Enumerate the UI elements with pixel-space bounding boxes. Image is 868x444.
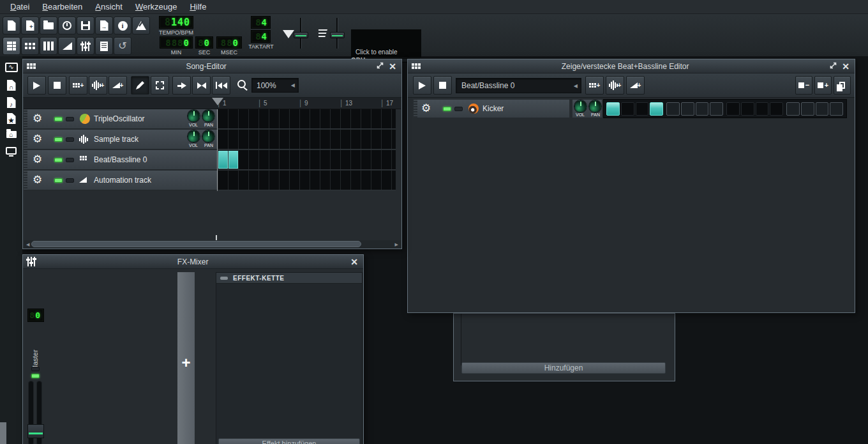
master-pitch-slider-handle[interactable] <box>330 32 345 38</box>
add-automation-track-button[interactable]: + <box>108 76 127 95</box>
playhead-marker[interactable] <box>212 98 223 105</box>
menu-werkzeuge[interactable]: Werkzeuge <box>129 1 184 13</box>
window-menu-icon[interactable] <box>27 63 36 69</box>
step-cell-6[interactable] <box>681 102 694 116</box>
channel-mute-led[interactable] <box>31 367 40 371</box>
close-window-button[interactable]: ✕ <box>389 62 396 71</box>
step-cell-15[interactable] <box>816 102 829 116</box>
tempo-display[interactable]: 8140 <box>159 16 193 29</box>
track-head-sample[interactable]: ⚙ Sample track VOL PAN <box>24 130 218 149</box>
track-name[interactable]: TripleOscillator <box>94 114 145 123</box>
track-mute-led[interactable] <box>54 178 63 183</box>
add-automation-track-button[interactable]: + <box>626 76 645 95</box>
step-cell-16[interactable] <box>830 102 843 116</box>
bb-pattern-segment[interactable] <box>218 151 228 169</box>
toggle-song-editor-button[interactable] <box>3 37 20 55</box>
master-volume-slider-handle[interactable] <box>294 32 308 38</box>
step-cell-2[interactable] <box>621 102 634 116</box>
step-cell-10[interactable] <box>741 102 754 116</box>
track-gear-icon[interactable]: ⚙ <box>421 103 431 114</box>
track-pan-knob[interactable] <box>202 110 214 122</box>
time-msec-display[interactable]: 880 <box>216 36 242 49</box>
step-cell-5[interactable] <box>666 102 680 116</box>
close-window-button[interactable]: ✕ <box>842 62 849 71</box>
track-solo-led[interactable] <box>454 107 463 111</box>
track-mute-led[interactable] <box>54 158 63 162</box>
track-grip[interactable] <box>24 130 27 149</box>
zoom-level-select[interactable]: 100% ◀ <box>251 78 299 93</box>
track-content-sample[interactable] <box>218 130 396 149</box>
channel-on-led[interactable] <box>31 374 40 378</box>
channel-fader[interactable] <box>27 381 44 444</box>
project-properties-button[interactable]: i <box>114 17 131 34</box>
song-play-button[interactable] <box>27 76 46 95</box>
effect-chain-header[interactable]: EFFEKT-KETTE <box>216 273 362 284</box>
restore-window-button[interactable] <box>377 62 384 71</box>
song-timeline[interactable]: │ 1 │ 5 │ 9 │ 13 │ 17 <box>24 98 401 109</box>
new-project-button[interactable] <box>3 17 20 34</box>
draw-mode-button[interactable] <box>131 76 149 95</box>
output-visualizer[interactable]: Click to enable <box>351 29 421 57</box>
step-cell-12[interactable] <box>770 102 783 116</box>
track-volume-knob[interactable] <box>574 100 587 112</box>
save-project-button[interactable] <box>77 17 94 34</box>
sidebar-scrollbar-fragment[interactable] <box>0 422 6 444</box>
track-gear-icon[interactable]: ⚙ <box>33 113 42 124</box>
add-fx-channel-button[interactable]: + <box>177 272 195 444</box>
step-cell-8[interactable] <box>710 102 723 116</box>
add-bb-track-button[interactable]: + <box>585 76 604 95</box>
track-content-tripleoscillator[interactable] <box>218 109 396 129</box>
step-cell-14[interactable] <box>801 102 814 116</box>
scroll-left-icon[interactable]: ◀ <box>26 242 29 247</box>
step-cell-11[interactable] <box>756 102 769 116</box>
open-project-button[interactable] <box>40 17 57 34</box>
add-sample-track-button[interactable]: + <box>606 76 624 95</box>
song-editor-hscrollbar[interactable]: ◀ ▶ <box>24 240 401 249</box>
track-head-bb0[interactable]: ⚙ Beat/Bassline 0 <box>24 150 218 170</box>
channel-lcd[interactable]: 80 <box>27 309 44 322</box>
track-grip[interactable] <box>24 150 27 169</box>
sidebar-item-instruments[interactable]: ∿ <box>4 60 19 75</box>
recent-projects-button[interactable] <box>58 17 76 34</box>
track-pan-knob[interactable] <box>589 100 601 112</box>
metronome-button[interactable] <box>132 17 150 34</box>
bb-pattern-segment[interactable] <box>228 151 238 169</box>
step-cell-9[interactable] <box>726 102 740 116</box>
track-content-bb0[interactable] <box>218 150 396 170</box>
effect-chain-led[interactable] <box>220 277 228 280</box>
toggle-bb-editor-button[interactable] <box>21 37 39 55</box>
step-cell-7[interactable] <box>696 102 709 116</box>
track-gear-icon[interactable]: ⚙ <box>33 134 42 144</box>
menu-hilfe[interactable]: Hilfe <box>183 1 213 13</box>
track-name[interactable]: Beat/Bassline 0 <box>94 155 147 164</box>
scrollbar-handle[interactable] <box>31 241 361 247</box>
track-name[interactable]: Sample track <box>94 135 138 144</box>
clone-steps-button[interactable] <box>834 76 851 95</box>
song-stop-button[interactable] <box>48 76 66 95</box>
sidebar-item-presets[interactable]: ♪ <box>4 95 19 110</box>
track-mute-led[interactable] <box>54 137 63 142</box>
track-head-tripleoscillator[interactable]: ⚙ TripleOscillator VOL PAN <box>24 109 218 129</box>
timeline-forward-button[interactable] <box>172 76 191 95</box>
controller-rack-button[interactable]: ↺ <box>114 37 131 55</box>
track-pan-knob[interactable] <box>202 130 214 142</box>
export-project-button[interactable]: → <box>95 17 113 34</box>
sidebar-item-projects[interactable]: ★ <box>4 111 19 126</box>
time-min-display[interactable]: 8880 <box>160 36 193 49</box>
track-solo-led[interactable] <box>66 117 74 121</box>
track-solo-led[interactable] <box>66 158 74 162</box>
track-gear-icon[interactable]: ⚙ <box>33 154 42 165</box>
fader-handle[interactable] <box>27 424 44 438</box>
fx-mixer-titlebar[interactable]: FX-Mixer ✕ <box>23 255 363 269</box>
bb-stop-button[interactable] <box>433 76 452 95</box>
taktart-denominator-display[interactable]: 84 <box>251 30 271 43</box>
track-solo-led[interactable] <box>66 137 74 142</box>
track-grip[interactable] <box>414 100 417 118</box>
step-cell-1[interactable] <box>606 102 620 116</box>
add-steps-button[interactable]: + <box>814 76 832 95</box>
sidebar-item-samples[interactable]: ∩ <box>4 78 19 93</box>
track-gear-icon[interactable]: ⚙ <box>33 174 42 185</box>
song-end-marker[interactable] <box>216 235 217 240</box>
step-cell-13[interactable] <box>786 102 800 116</box>
dropdown-arrow-icon[interactable]: ◀ <box>288 82 298 88</box>
